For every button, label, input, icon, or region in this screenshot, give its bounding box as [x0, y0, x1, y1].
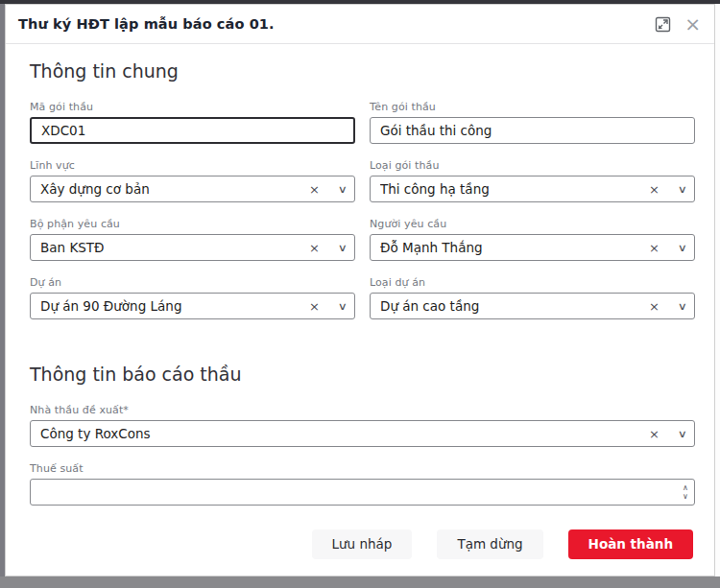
select-value: Xây dựng cơ bản — [40, 181, 305, 197]
ten-goi-thau-label: Tên gói thầu — [370, 101, 695, 113]
close-icon[interactable]: × — [684, 15, 701, 33]
loai-goi-thau-select[interactable]: Thi công hạ tầng × ∨ — [370, 176, 695, 202]
dialog-title: Thư ký HĐT lập mẫu báo cáo 01. — [18, 16, 275, 32]
dialog-header-actions: × — [655, 15, 701, 33]
field-linh-vuc: Lĩnh vực Xây dựng cơ bản × ∨ — [30, 159, 355, 202]
nguoi-yeu-cau-label: Người yêu cầu — [370, 218, 695, 230]
screen: Thư ký HĐT lập mẫu báo cáo 01. × Thông t… — [0, 0, 720, 588]
dialog-body: Thông tin chung Mã gói thầu Tên gói thầu… — [6, 44, 714, 522]
thue-suat-label: Thuế suất — [30, 462, 695, 475]
section-general-title: Thông tin chung — [30, 60, 695, 82]
field-du-an: Dự án Dự án 90 Đường Láng × ∨ — [30, 276, 355, 319]
select-value: Dự án cao tầng — [380, 298, 645, 314]
save-draft-button[interactable]: Lưu nháp — [312, 529, 413, 559]
select-value: Ban KSTĐ — [40, 240, 305, 255]
spinner-up-icon[interactable]: ∧ — [683, 483, 688, 492]
thue-suat-number-field: ∧ ∨ — [30, 479, 695, 506]
backdrop-right — [715, 4, 720, 576]
spinner-down-icon[interactable]: ∨ — [683, 492, 688, 501]
field-bo-phan-yeu-cau: Bộ phận yêu cầu Ban KSTĐ × ∨ — [30, 218, 355, 261]
dialog-footer: Lưu nháp Tạm dừng Hoàn thành — [6, 522, 714, 576]
linh-vuc-label: Lĩnh vực — [30, 159, 355, 172]
bo-phan-yeu-cau-label: Bộ phận yêu cầu — [30, 218, 355, 230]
field-nguoi-yeu-cau: Người yêu cầu Đỗ Mạnh Thắng × ∨ — [370, 218, 695, 261]
ten-goi-thau-input[interactable] — [370, 117, 695, 144]
du-an-select[interactable]: Dự án 90 Đường Láng × ∨ — [30, 293, 355, 319]
select-value: Công ty RoxCons — [40, 426, 645, 441]
field-loai-goi-thau: Loại gói thầu Thi công hạ tầng × ∨ — [370, 159, 695, 202]
backdrop-bottom — [0, 576, 720, 588]
select-value: Dự án 90 Đường Láng — [40, 298, 305, 314]
nha-thau-de-xuat-select[interactable]: Công ty RoxCons × ∨ — [30, 420, 695, 447]
expand-icon[interactable] — [655, 16, 671, 33]
loai-du-an-label: Loại dự án — [370, 276, 695, 289]
general-grid: Mã gói thầu Tên gói thầu Lĩnh vực Xây dự… — [30, 101, 695, 335]
field-thue-suat: Thuế suất ∧ ∨ — [30, 462, 695, 506]
chevron-down-icon[interactable]: ∨ — [321, 183, 348, 196]
field-ten-goi-thau: Tên gói thầu — [370, 101, 695, 144]
chevron-down-icon[interactable]: ∨ — [660, 300, 687, 313]
dialog-header: Thư ký HĐT lập mẫu báo cáo 01. × — [6, 5, 714, 44]
chevron-down-icon[interactable]: ∨ — [660, 242, 687, 254]
select-value: Thi công hạ tầng — [380, 181, 645, 197]
ma-goi-thau-label: Mã gói thầu — [30, 101, 355, 113]
chevron-down-icon[interactable]: ∨ — [321, 242, 348, 254]
field-ma-goi-thau: Mã gói thầu — [30, 101, 355, 144]
du-an-label: Dự án — [30, 276, 355, 289]
nha-thau-de-xuat-label: Nhà thầu đề xuất* — [30, 404, 695, 416]
loai-du-an-select[interactable]: Dự án cao tầng × ∨ — [370, 293, 695, 319]
linh-vuc-select[interactable]: Xây dựng cơ bản × ∨ — [30, 176, 355, 202]
chevron-down-icon[interactable]: ∨ — [321, 300, 348, 313]
field-loai-du-an: Loại dự án Dự án cao tầng × ∨ — [370, 276, 695, 319]
pause-button[interactable]: Tạm dừng — [437, 529, 542, 559]
report-template-dialog: Thư ký HĐT lập mẫu báo cáo 01. × Thông t… — [5, 4, 715, 576]
nguoi-yeu-cau-select[interactable]: Đỗ Mạnh Thắng × ∨ — [370, 234, 695, 261]
ma-goi-thau-input[interactable] — [30, 117, 355, 144]
select-value: Đỗ Mạnh Thắng — [380, 240, 645, 255]
section-report-title: Thông tin báo cáo thầu — [30, 364, 695, 385]
loai-goi-thau-label: Loại gói thầu — [370, 159, 695, 172]
number-spinner[interactable]: ∧ ∨ — [679, 480, 694, 505]
chevron-down-icon[interactable]: ∨ — [660, 428, 687, 440]
bo-phan-yeu-cau-select[interactable]: Ban KSTĐ × ∨ — [30, 234, 355, 261]
thue-suat-input[interactable] — [31, 480, 679, 505]
complete-button[interactable]: Hoàn thành — [568, 529, 693, 559]
chevron-down-icon[interactable]: ∨ — [660, 183, 687, 196]
field-nha-thau-de-xuat: Nhà thầu đề xuất* Công ty RoxCons × ∨ — [30, 404, 695, 447]
